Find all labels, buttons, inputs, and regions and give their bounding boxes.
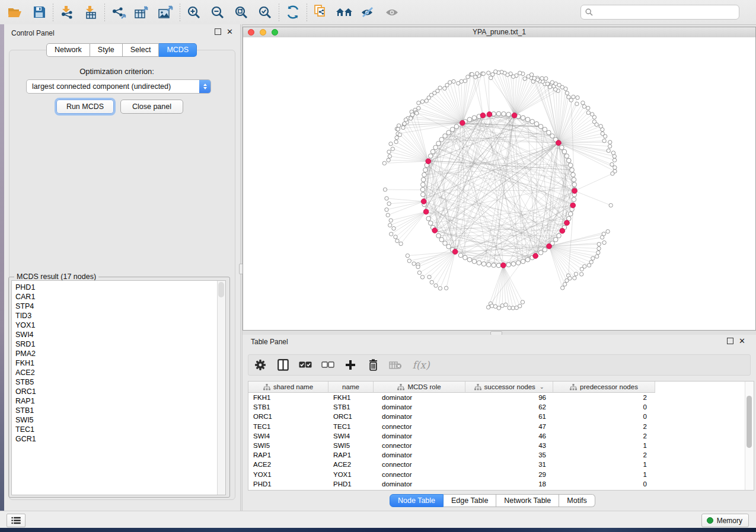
table-row[interactable]: ORC1ORC1dominator610 bbox=[248, 412, 655, 421]
import-table-icon[interactable] bbox=[79, 2, 103, 23]
mcds-list-scrollbar[interactable] bbox=[217, 281, 225, 495]
add-column-icon[interactable] bbox=[343, 358, 358, 372]
network-graph bbox=[243, 37, 755, 330]
open-session-icon[interactable] bbox=[4, 2, 27, 23]
toolbar-separator bbox=[180, 4, 180, 21]
status-menu-button[interactable] bbox=[7, 514, 25, 527]
zoom-in-icon[interactable] bbox=[182, 2, 206, 23]
delete-column-icon[interactable] bbox=[366, 358, 380, 372]
zoom-selected-icon[interactable] bbox=[253, 2, 277, 23]
column-header-name[interactable]: name bbox=[328, 382, 374, 393]
table-row[interactable]: SWI4SWI4dominator462 bbox=[248, 431, 655, 441]
horizontal-splitter[interactable] bbox=[243, 331, 756, 335]
mcds-result-item[interactable]: SWI5 bbox=[12, 415, 225, 425]
eye-icon[interactable] bbox=[380, 2, 404, 23]
column-label: successor nodes bbox=[484, 383, 535, 390]
column-type-icon bbox=[263, 384, 270, 390]
tab-motifs[interactable]: Motifs bbox=[559, 494, 595, 507]
cell-predecessor-nodes: 2 bbox=[553, 432, 655, 440]
memory-button[interactable]: Memory bbox=[701, 514, 749, 527]
mcds-result-list[interactable]: PHD1CAR1STP4TID3YOX1SWI4SRD1PMA2FKH1ACE2… bbox=[11, 280, 226, 495]
export-network-icon[interactable] bbox=[107, 2, 130, 23]
table-row[interactable]: SWI5SWI5connector431 bbox=[248, 441, 655, 450]
table-row[interactable]: ACE2ACE2connector311 bbox=[248, 460, 655, 469]
mcds-result-item[interactable]: TEC1 bbox=[12, 425, 225, 434]
mcds-result-item[interactable]: STB5 bbox=[12, 377, 225, 387]
column-header-shared-name[interactable]: shared name bbox=[248, 382, 328, 393]
criterion-select[interactable]: largest connected component (undirected) bbox=[26, 79, 211, 94]
toolbar-separator bbox=[104, 4, 105, 21]
zoom-fit-icon[interactable] bbox=[229, 2, 253, 23]
select-all-icon[interactable] bbox=[298, 358, 312, 372]
cell-successor-nodes: 47 bbox=[465, 423, 553, 430]
tab-mcds[interactable]: MCDS bbox=[159, 43, 197, 57]
export-table-icon[interactable] bbox=[130, 2, 154, 23]
network-view-window: YPA_prune.txt_1 bbox=[243, 27, 756, 331]
mcds-result-item[interactable]: STP4 bbox=[12, 302, 225, 311]
mcds-result-item[interactable]: STB1 bbox=[12, 406, 225, 415]
mcds-result-item[interactable]: PMA2 bbox=[12, 349, 225, 358]
mcds-result-item[interactable]: FKH1 bbox=[12, 358, 225, 368]
network-canvas[interactable] bbox=[243, 37, 755, 330]
eye-slash-icon[interactable] bbox=[356, 2, 380, 23]
column-header-mcds-role[interactable]: MCDS role bbox=[374, 382, 465, 393]
table-row[interactable]: FKH1FKH1dominator962 bbox=[248, 393, 655, 402]
export-image-icon[interactable] bbox=[154, 2, 178, 23]
mcds-result-item[interactable]: RAP1 bbox=[12, 396, 225, 406]
search-input[interactable] bbox=[596, 8, 735, 17]
deselect-all-icon[interactable] bbox=[321, 358, 335, 372]
toolbar-separator bbox=[307, 4, 307, 21]
close-table-panel-icon[interactable]: ✕ bbox=[739, 338, 745, 344]
import-network-icon[interactable] bbox=[55, 2, 79, 23]
close-panel-icon[interactable]: ✕ bbox=[227, 28, 233, 35]
run-mcds-button[interactable]: Run MCDS bbox=[56, 100, 114, 114]
table-row[interactable]: PHD1PHD1dominator180 bbox=[248, 479, 655, 489]
table-row[interactable]: RAP1RAP1dominator352 bbox=[248, 450, 655, 460]
float-table-panel-icon[interactable] bbox=[727, 338, 733, 344]
mcds-result-item[interactable]: YOX1 bbox=[12, 321, 225, 330]
cell-shared-name: RAP1 bbox=[248, 451, 328, 459]
zoom-out-icon[interactable] bbox=[206, 2, 229, 23]
node-table[interactable]: shared namenameMCDS rolesuccessor nodes⌄… bbox=[248, 381, 754, 491]
table-row[interactable]: YOX1YOX1connector291 bbox=[248, 470, 655, 479]
gear-icon[interactable] bbox=[253, 358, 267, 372]
cell-shared-name: ORC1 bbox=[248, 413, 328, 420]
delete-table-icon bbox=[388, 358, 403, 372]
tab-select[interactable]: Select bbox=[123, 43, 160, 57]
mcds-result-item[interactable]: SRD1 bbox=[12, 339, 225, 349]
control-panel-title: Control Panel bbox=[11, 29, 55, 37]
refresh-network-icon[interactable] bbox=[281, 2, 305, 23]
tab-network[interactable]: Network bbox=[46, 43, 90, 57]
mcds-result-item[interactable]: ACE2 bbox=[12, 368, 225, 377]
double-house-icon[interactable] bbox=[333, 2, 356, 23]
mcds-result-item[interactable]: GCR1 bbox=[12, 434, 225, 444]
tab-node-table[interactable]: Node Table bbox=[390, 494, 444, 507]
cell-shared-name: PHD1 bbox=[248, 480, 328, 488]
tab-edge-table[interactable]: Edge Table bbox=[444, 494, 496, 507]
table-row[interactable]: STB1STB1dominator620 bbox=[248, 402, 655, 412]
mcds-result-item[interactable]: CAR1 bbox=[12, 292, 225, 302]
mcds-result-item[interactable]: PHD1 bbox=[12, 283, 225, 292]
table-row[interactable]: TEC1TEC1connector472 bbox=[248, 422, 655, 431]
table-tabs: Node TableEdge TableNetwork TableMotifs bbox=[390, 494, 595, 507]
clone-network-icon[interactable] bbox=[309, 2, 333, 23]
search-box[interactable] bbox=[580, 5, 739, 20]
mcds-result-item[interactable]: SWI4 bbox=[12, 330, 225, 339]
desktop-edge-bottom bbox=[0, 528, 756, 532]
network-window-titlebar[interactable]: YPA_prune.txt_1 bbox=[243, 27, 755, 38]
mcds-result-item[interactable]: ORC1 bbox=[12, 387, 225, 396]
columns-icon[interactable] bbox=[276, 358, 290, 372]
float-panel-icon[interactable] bbox=[215, 28, 221, 35]
table-scrollbar[interactable] bbox=[745, 382, 754, 490]
cell-shared-name: TEC1 bbox=[248, 423, 328, 430]
save-session-icon[interactable] bbox=[27, 2, 51, 23]
column-header-successor-nodes[interactable]: successor nodes⌄ bbox=[465, 382, 553, 393]
tab-style[interactable]: Style bbox=[90, 43, 123, 57]
memory-status-dot bbox=[707, 517, 713, 524]
status-bar: Memory bbox=[0, 511, 756, 528]
close-panel-button[interactable]: Close panel bbox=[120, 100, 183, 114]
column-header-predecessor-nodes[interactable]: predecessor nodes bbox=[553, 382, 655, 393]
tab-network-table[interactable]: Network Table bbox=[496, 494, 559, 507]
cell-shared-name: YOX1 bbox=[248, 471, 328, 478]
mcds-result-item[interactable]: TID3 bbox=[12, 311, 225, 321]
